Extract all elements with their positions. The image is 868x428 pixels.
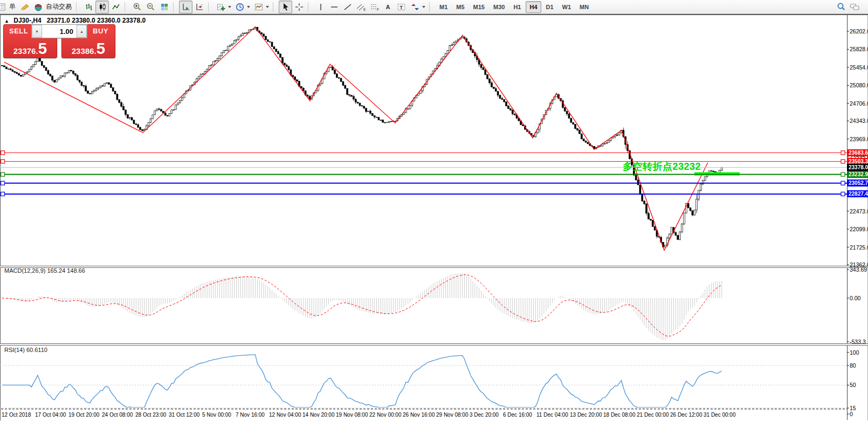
price-tag-23052.7: 23052.7 [847, 180, 868, 187]
chat-icon[interactable] [848, 1, 862, 13]
candlestick-chart-icon[interactable] [95, 1, 109, 13]
arrows-dropdown-caret[interactable] [422, 6, 425, 8]
time-axis-label: 31 Dec 00:00 [704, 412, 736, 418]
equidistant-channel-tool-icon[interactable]: E [354, 1, 368, 13]
line-handle-right[interactable] [841, 181, 845, 185]
time-axis-label: 19 Nov 08:00 [336, 412, 368, 418]
rsi-axis-label: 100 [850, 349, 859, 356]
chart-shift-icon[interactable] [192, 1, 206, 13]
zoom-in-icon[interactable] [130, 1, 144, 13]
price-tick-label: 21725.0 [850, 244, 868, 251]
price-tick-label: 25828.0 [850, 46, 868, 52]
macd-axis-label: -533.3 [850, 339, 866, 345]
macd-axis-label: 343.69 [850, 266, 867, 273]
zoom-out-icon[interactable] [144, 1, 157, 13]
channel-letter: E [363, 8, 366, 11]
time-axis-label: 24 Oct 08:00 [102, 412, 133, 418]
time-axis-label: 12 Oct 2018 [2, 412, 31, 418]
buy-label: BUY [93, 27, 108, 35]
time-axis-label: 26 Nov 16:00 [403, 412, 435, 418]
line-handle-left[interactable] [1, 172, 5, 176]
top-toolbar: 单 自动交易 [0, 0, 868, 14]
periods-dropdown-caret[interactable] [247, 6, 250, 8]
time-axis-label: 14 Nov 20:00 [302, 412, 335, 418]
toolbar-separator [125, 2, 129, 12]
trendline-tool-icon[interactable] [341, 1, 354, 13]
price-tick-label: 24343.0 [850, 118, 868, 124]
price-tick-label: 23969.0 [850, 136, 868, 142]
line-handle-left[interactable] [1, 151, 5, 155]
timeframe-button-w1[interactable]: W1 [559, 1, 575, 13]
cursor-icon[interactable] [279, 1, 292, 13]
toolbar-separator [76, 2, 80, 12]
line-handle-left[interactable] [1, 181, 5, 185]
toolbar-separator [273, 2, 277, 12]
price-tag-22827.4: 22827.4 [847, 190, 868, 197]
time-axis-label: 3 Dec 20:00 [470, 412, 499, 418]
candles [2, 26, 723, 247]
new-order-label[interactable]: 单 [9, 2, 16, 11]
time-axis-label: 17 Oct 04:00 [35, 412, 66, 418]
autotrading-icon[interactable] [31, 1, 45, 13]
timeframe-button-m30[interactable]: M30 [490, 1, 508, 13]
toolbar-separator [308, 2, 312, 12]
periods-clock-icon[interactable] [233, 1, 246, 13]
vertical-line-tool-icon[interactable] [314, 1, 327, 13]
timeframe-button-h1[interactable]: H1 [509, 1, 525, 13]
templates-dropdown-caret[interactable] [266, 6, 269, 8]
time-axis-label: 21 Dec 00:00 [637, 412, 669, 418]
volume-control: ▼ ▲ [31, 24, 87, 38]
zigzag-line[interactable] [4, 27, 708, 250]
line-chart-icon[interactable] [109, 1, 122, 13]
templates-icon[interactable] [252, 1, 265, 13]
text-label-tool-icon[interactable]: T [395, 1, 408, 13]
indicators-icon[interactable] [214, 1, 228, 13]
time-axis-label: 26 Dec 12:00 [670, 412, 702, 418]
volume-increase-button[interactable]: ▲ [77, 25, 87, 38]
one-click-trading-panel: SELL 23376.5 ▼ ▲ BUY 23386.5 [3, 24, 115, 58]
text-tool-icon[interactable]: A [381, 1, 395, 13]
volume-input[interactable] [42, 25, 77, 38]
fibo-letter: F [377, 8, 379, 11]
timeframe-button-h4[interactable]: H4 [526, 1, 541, 13]
new-order-icon[interactable] [0, 1, 8, 13]
turning-point-annotation[interactable]: 多空转折点23232 [623, 160, 701, 173]
price-tick-label: 22099.0 [850, 226, 868, 232]
timeframe-button-m1[interactable]: M1 [436, 1, 451, 13]
search-icon[interactable] [835, 1, 848, 13]
auto-scroll-icon[interactable] [179, 1, 192, 13]
bar-chart-icon[interactable] [82, 1, 95, 13]
macd-axis-label: 0.00 [850, 295, 860, 301]
time-axis-label: 11 Dec 04:00 [536, 412, 568, 418]
fibonacci-tool-icon[interactable]: F [368, 1, 381, 13]
line-handle-left[interactable] [1, 160, 5, 163]
line-handle-right[interactable] [841, 151, 845, 155]
highlighter-icon[interactable] [18, 1, 31, 13]
time-axis-label: 7 Nov 16:00 [236, 412, 265, 418]
horizontal-line-tool-icon[interactable] [327, 1, 341, 13]
time-axis-label: 13 Dec 20:00 [570, 412, 602, 418]
line-handle-right[interactable] [841, 160, 845, 163]
volume-decrease-button[interactable]: ▼ [32, 25, 42, 38]
crosshair-icon[interactable] [292, 1, 306, 13]
timeframe-button-d1[interactable]: D1 [542, 1, 557, 13]
price-tag-23378.0: 23378.0 [847, 164, 868, 171]
arrows-tool-icon[interactable] [408, 1, 422, 13]
price-tick-label: 22473.0 [850, 208, 868, 215]
line-handle-right[interactable] [841, 172, 845, 176]
lime-highlight-bar[interactable] [694, 172, 740, 176]
price-tag-23683.6: 23683.6 [847, 149, 868, 156]
toolbar-separator [173, 2, 177, 12]
tile-windows-icon[interactable] [157, 1, 171, 13]
autotrading-label[interactable]: 自动交易 [46, 2, 72, 11]
line-handle-left[interactable] [1, 192, 5, 196]
line-handle-right[interactable] [841, 192, 845, 196]
rsi-axis-label: 80 [850, 362, 856, 369]
toolbar-separator [208, 2, 212, 12]
collapse-arrow-icon[interactable]: ▲ [4, 18, 9, 24]
timeframe-button-m5[interactable]: M5 [452, 1, 468, 13]
indicators-dropdown-caret[interactable] [228, 6, 231, 8]
timeframe-button-mn[interactable]: MN [576, 1, 593, 13]
timeframe-button-m15[interactable]: M15 [470, 1, 488, 13]
time-axis-label: 5 Nov 00:00 [202, 412, 231, 418]
